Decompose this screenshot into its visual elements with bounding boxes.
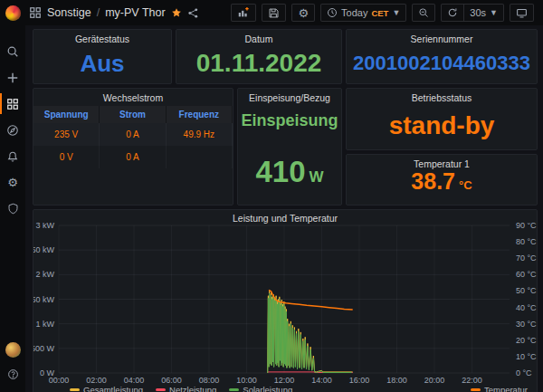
table-column-header[interactable]: Spannung [33, 106, 100, 123]
legend-swatch [70, 388, 80, 391]
legend-swatch [229, 388, 239, 391]
table-header-row: SpannungStromFrequenz [33, 106, 233, 123]
time-range-label: Today [341, 7, 367, 18]
dashboards-icon [6, 98, 19, 110]
explore-compass-icon [6, 124, 19, 137]
sidebar-item-alerting[interactable] [0, 143, 25, 169]
help-icon [7, 368, 19, 380]
legend-item-solarleistung[interactable]: Solarleistung [229, 385, 292, 392]
y-axis-right-tick-label: 20 °C [516, 336, 537, 345]
panel-title[interactable]: Datum [176, 30, 341, 43]
legend-swatch [471, 388, 481, 391]
favorite-star-icon[interactable] [171, 7, 182, 18]
refresh-icon [447, 7, 458, 18]
sidebar-item-help[interactable] [0, 365, 25, 383]
refresh-picker[interactable]: 30s ▼ [441, 4, 504, 22]
panel-leistung-und-temperatur: Leistung und Temperatur 0 W500 W1 kW1.50… [33, 209, 538, 392]
x-axis-tick-label: 08:00 [199, 376, 220, 384]
add-panel-button[interactable] [231, 4, 256, 22]
sidebar-item-create[interactable] [0, 64, 25, 91]
panel-title[interactable]: Gerätestatus [33, 30, 171, 43]
time-range-picker[interactable]: Today CET ▼ [320, 4, 406, 22]
panel-title[interactable]: Temperatur 1 [347, 155, 537, 168]
x-axis-tick-label: 06:00 [161, 376, 182, 384]
y-axis-right-tick-label: 0 °C [516, 368, 532, 378]
panel-temperatur-1: Temperatur 1 38.7 °C [346, 154, 538, 206]
sidebar-item-dashboards[interactable] [0, 91, 25, 117]
save-dashboard-button[interactable] [262, 4, 286, 22]
wechselstrom-table: SpannungStromFrequenz 235 V0 A49.9 Hz0 V… [33, 106, 233, 168]
share-icon[interactable] [187, 7, 199, 19]
table-cell: 235 V [33, 123, 100, 146]
table-cell: 0 A [100, 123, 166, 146]
temperatur-value: 38.7 [411, 168, 455, 195]
breadcrumb-folder[interactable]: Sonstige [47, 6, 91, 19]
user-avatar[interactable] [5, 342, 21, 358]
search-icon [6, 45, 19, 58]
table-column-header[interactable]: Frequenz [167, 106, 233, 123]
panel-title[interactable]: Wechselstrom [33, 89, 233, 102]
dashboard-title[interactable]: my-PV Thor [105, 6, 165, 19]
geraetestatus-value: Aus [80, 50, 124, 78]
x-axis-tick-label: 02:00 [86, 376, 107, 384]
legend-item-netzleistung[interactable]: Netzleistung [156, 385, 216, 392]
sidebar-item-explore[interactable] [0, 117, 25, 143]
x-axis-tick-label: 22:00 [462, 376, 482, 384]
y-axis-left-tick-label: 2 kW [35, 270, 54, 279]
y-axis-right-tick-label: 90 °C [516, 223, 537, 230]
y-axis-right-tick-label: 60 °C [516, 270, 537, 279]
legend-swatch [156, 388, 166, 391]
panel-title[interactable]: Leistung und Temperatur [33, 210, 537, 223]
table-cell [167, 146, 233, 168]
y-axis-left-tick-label: 3 kW [35, 223, 54, 230]
y-axis-left-tick-label: 2.50 kW [33, 245, 55, 254]
chart-svg[interactable]: 0 W500 W1 kW1.50 kW2 kW2.50 kW3 kW00:000… [33, 223, 537, 384]
x-axis-tick-label: 04:00 [124, 376, 145, 384]
configuration-gear-icon: ⚙ [7, 176, 18, 189]
dashboards-grid-icon[interactable] [29, 6, 42, 19]
timezone-label: CET [371, 8, 388, 18]
sidebar-item-search[interactable] [0, 38, 25, 64]
x-axis-tick-label: 14:00 [311, 376, 332, 384]
refresh-interval-label: 30s [470, 7, 486, 18]
legend-item-gesamtleistung[interactable]: Gesamtleistung [70, 385, 143, 392]
sidebar-item-configuration[interactable]: ⚙ [0, 169, 25, 196]
y-axis-left-tick-label: 1 kW [35, 320, 54, 329]
grafana-logo[interactable] [0, 0, 25, 25]
panel-title[interactable]: Einspeisung/Bezug [238, 89, 341, 102]
x-axis-tick-label: 10:00 [236, 376, 257, 384]
zoom-out-icon [418, 7, 429, 18]
settings-gear-icon: ⚙ [298, 6, 309, 20]
zoom-out-time-button[interactable] [412, 4, 435, 22]
y-axis-right-tick-label: 30 °C [516, 320, 537, 329]
table-row: 235 V0 A49.9 Hz [33, 123, 233, 146]
clock-icon [327, 7, 338, 18]
seriennummer-value: 2001002104460333 [353, 52, 530, 75]
top-navigation-bar: Sonstige / my-PV Thor ⚙ Today CET ▼ [0, 0, 543, 25]
x-axis-tick-label: 12:00 [274, 376, 295, 384]
table-cell: 0 V [33, 146, 100, 168]
table-column-header[interactable]: Strom [100, 106, 166, 123]
chevron-down-icon: ▼ [490, 9, 498, 17]
table-body: 235 V0 A49.9 Hz0 V0 A [33, 123, 233, 168]
toolbar-actions: ⚙ Today CET ▼ 30s ▼ [231, 4, 543, 22]
admin-shield-icon [7, 203, 19, 215]
legend-item-temperatur[interactable]: Temperatur [471, 385, 528, 392]
alerting-bell-icon [6, 150, 19, 163]
y-axis-right-tick-label: 10 °C [516, 352, 537, 361]
panel-betriebsstatus: Betriebsstatus stand-by [346, 88, 538, 150]
legend-label: Netzleistung [169, 385, 216, 392]
plus-icon [6, 72, 19, 84]
panel-title[interactable]: Betriebsstatus [347, 89, 537, 102]
y-axis-left-tick-label: 500 W [33, 344, 55, 353]
sidebar-item-server-admin[interactable] [0, 196, 25, 222]
x-axis-tick-label: 20:00 [424, 376, 445, 384]
y-axis-right-tick-label: 70 °C [516, 253, 537, 263]
x-axis-tick-label: 00:00 [49, 376, 70, 384]
panel-wechselstrom: Wechselstrom SpannungStromFrequenz 235 V… [33, 88, 233, 206]
grafana-logo-icon [5, 5, 21, 21]
panel-title[interactable]: Seriennummer [347, 30, 537, 43]
kiosk-mode-button[interactable] [510, 4, 534, 22]
dashboard-settings-button[interactable]: ⚙ [291, 4, 315, 22]
breadcrumb-separator: / [97, 6, 100, 19]
